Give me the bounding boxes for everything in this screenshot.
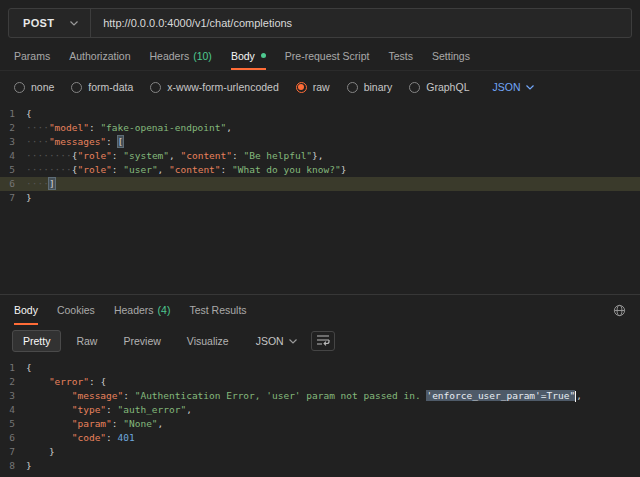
code-line-7[interactable]: 7 } xyxy=(0,445,640,459)
line-number: 4 xyxy=(0,149,26,163)
line-number: 3 xyxy=(0,135,26,149)
wrap-text-button[interactable] xyxy=(311,331,335,351)
line-content: ····] xyxy=(26,177,55,191)
code-line-4[interactable]: 4 "type": "auth_error", xyxy=(0,403,640,417)
view-pretty[interactable]: Pretty xyxy=(12,330,61,352)
globe-icon[interactable] xyxy=(613,304,626,317)
line-number: 8 xyxy=(0,459,26,473)
line-number: 4 xyxy=(0,403,26,417)
line-number: 1 xyxy=(0,361,26,375)
response-body-editor[interactable]: 1{2 "error": {3 "message": "Authenticati… xyxy=(0,358,640,477)
tab-label: Body xyxy=(14,304,38,316)
api-client-app: POST http://0.0.0.0:4000/v1/chat/complet… xyxy=(0,0,640,477)
radio-binary[interactable] xyxy=(347,82,358,93)
line-number: 6 xyxy=(0,177,26,191)
code-line-6[interactable]: 6 "code": 401 xyxy=(0,431,640,445)
request-url-bar: POST http://0.0.0.0:4000/v1/chat/complet… xyxy=(8,8,632,38)
body-type-options: noneform-datax-www-form-urlencodedrawbin… xyxy=(14,81,469,93)
request-tabs: ParamsAuthorizationHeaders(10)BodyPre-re… xyxy=(0,41,640,71)
response-view-buttons: PrettyRawPreviewVisualize xyxy=(12,330,240,352)
request-tab-params[interactable]: Params xyxy=(14,41,50,70)
request-tab-body[interactable]: Body xyxy=(231,41,266,70)
response-tab-headers[interactable]: Headers(4) xyxy=(114,295,171,325)
response-tabs: BodyCookiesHeaders(4)Test Results xyxy=(14,295,247,325)
line-content: ····"messages": [ xyxy=(26,135,123,149)
response-tab-cookies[interactable]: Cookies xyxy=(57,295,95,325)
line-content: } xyxy=(26,445,55,459)
code-line-5[interactable]: 5········{"role": "user", "content": "Wh… xyxy=(0,163,640,177)
request-tab-pre-request-script[interactable]: Pre-request Script xyxy=(285,41,370,70)
radio-raw[interactable] xyxy=(296,82,307,93)
method-select[interactable]: POST xyxy=(9,9,91,37)
body-type-label: binary xyxy=(364,81,393,93)
body-type-row: noneform-datax-www-form-urlencodedrawbin… xyxy=(0,71,640,103)
body-language-label: JSON xyxy=(492,81,520,93)
code-line-1[interactable]: 1{ xyxy=(0,361,640,375)
radio-x-www-form-urlencoded[interactable] xyxy=(150,82,161,93)
line-content: "error": { xyxy=(26,375,106,389)
line-content: ····"model": "fake-openai-endpoint", xyxy=(26,121,232,135)
view-raw[interactable]: Raw xyxy=(65,330,108,352)
code-line-3[interactable]: 3 "message": "Authentication Error, 'use… xyxy=(0,389,640,403)
line-number: 5 xyxy=(0,417,26,431)
tab-label: Test Results xyxy=(189,304,246,316)
body-type-label: raw xyxy=(313,81,330,93)
tab-label: Tests xyxy=(388,50,413,62)
tab-label: Cookies xyxy=(57,304,95,316)
request-body-editor[interactable]: 1{2····"model": "fake-openai-endpoint",3… xyxy=(0,103,640,294)
request-tab-headers[interactable]: Headers(10) xyxy=(149,41,211,70)
code-line-6[interactable]: 6····] xyxy=(0,177,640,191)
body-type-binary[interactable]: binary xyxy=(347,81,393,93)
response-language-select[interactable]: JSON xyxy=(256,335,297,347)
view-preview[interactable]: Preview xyxy=(112,330,171,352)
response-view-toolbar: PrettyRawPreviewVisualize JSON xyxy=(0,325,640,358)
body-type-none[interactable]: none xyxy=(14,81,54,93)
code-line-7[interactable]: 7} xyxy=(0,191,640,205)
line-number: 7 xyxy=(0,445,26,459)
response-header: BodyCookiesHeaders(4)Test Results xyxy=(0,295,640,325)
chevron-down-icon xyxy=(70,21,78,26)
code-line-3[interactable]: 3····"messages": [ xyxy=(0,135,640,149)
tab-count: (4) xyxy=(158,304,171,316)
radio-none[interactable] xyxy=(14,82,25,93)
tab-label: Authorization xyxy=(69,50,130,62)
line-number: 5 xyxy=(0,163,26,177)
code-line-2[interactable]: 2 "error": { xyxy=(0,375,640,389)
code-line-8[interactable]: 8} xyxy=(0,459,640,473)
request-tab-settings[interactable]: Settings xyxy=(432,41,470,70)
line-content: } xyxy=(26,459,32,473)
line-content: { xyxy=(26,107,32,121)
body-type-raw[interactable]: raw xyxy=(296,81,330,93)
response-tab-body[interactable]: Body xyxy=(14,295,38,325)
body-type-x-www-form-urlencoded[interactable]: x-www-form-urlencoded xyxy=(150,81,278,93)
view-visualize[interactable]: Visualize xyxy=(176,330,240,352)
body-type-label: x-www-form-urlencoded xyxy=(167,81,278,93)
url-text: http://0.0.0.0:4000/v1/chat/completions xyxy=(103,17,292,29)
tab-label: Pre-request Script xyxy=(285,50,370,62)
body-present-dot xyxy=(261,53,266,58)
response-header-icons xyxy=(613,304,626,317)
body-language-select[interactable]: JSON xyxy=(492,81,533,93)
tab-label: Headers xyxy=(149,50,189,62)
response-language-label: JSON xyxy=(256,335,284,347)
line-content: "type": "auth_error", xyxy=(26,403,192,417)
body-type-label: form-data xyxy=(88,81,133,93)
line-number: 2 xyxy=(0,121,26,135)
tab-label: Params xyxy=(14,50,50,62)
radio-form-data[interactable] xyxy=(71,82,82,93)
body-type-form-data[interactable]: form-data xyxy=(71,81,133,93)
request-tab-authorization[interactable]: Authorization xyxy=(69,41,130,70)
request-tab-tests[interactable]: Tests xyxy=(388,41,413,70)
radio-graphql[interactable] xyxy=(409,82,420,93)
response-tab-test-results[interactable]: Test Results xyxy=(189,295,246,325)
code-line-1[interactable]: 1{ xyxy=(0,107,640,121)
body-type-graphql[interactable]: GraphQL xyxy=(409,81,469,93)
code-line-4[interactable]: 4········{"role": "system", "content": "… xyxy=(0,149,640,163)
tab-count: (10) xyxy=(193,50,212,62)
chevron-down-icon xyxy=(289,339,297,344)
code-line-2[interactable]: 2····"model": "fake-openai-endpoint", xyxy=(0,121,640,135)
code-line-5[interactable]: 5 "param": "None", xyxy=(0,417,640,431)
line-content: "message": "Authentication Error, 'user'… xyxy=(26,389,582,403)
line-number: 3 xyxy=(0,389,26,403)
url-input[interactable]: http://0.0.0.0:4000/v1/chat/completions xyxy=(91,9,631,37)
